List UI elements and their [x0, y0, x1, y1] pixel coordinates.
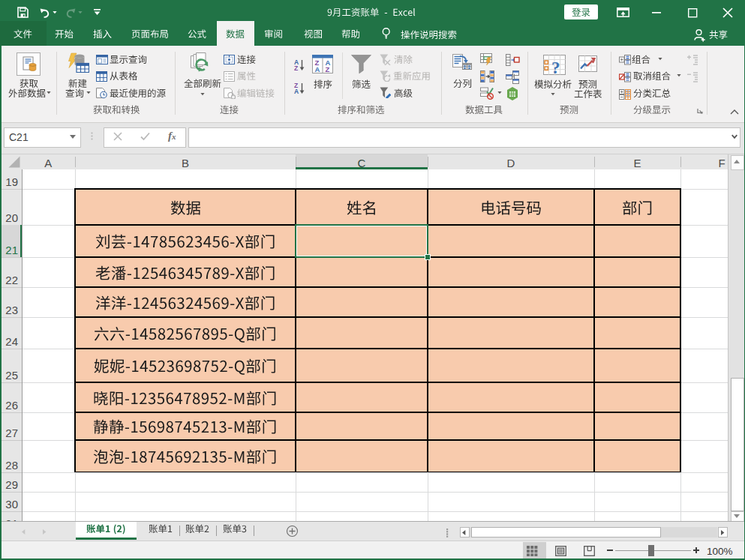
svg-text:Z: Z	[294, 64, 298, 70]
svg-text:Z: Z	[326, 65, 330, 73]
svg-text:?: ?	[551, 58, 560, 76]
svg-text:Z: Z	[294, 82, 298, 89]
svg-text:A: A	[315, 65, 320, 73]
